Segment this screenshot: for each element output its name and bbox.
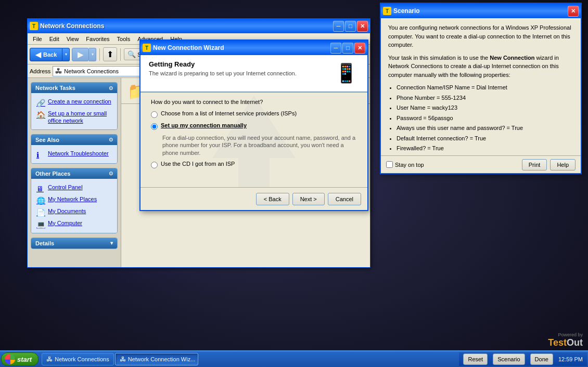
- wizard-header-desc: The wizard is preparing to set up your I…: [149, 70, 297, 76]
- minimize-button[interactable]: ─: [333, 21, 344, 32]
- details-collapse-icon: ▾: [110, 240, 113, 246]
- scenario-property: User Name = wacky123: [397, 103, 573, 112]
- scenario-window: T Scenario ✕ You are configuring network…: [380, 3, 582, 174]
- see-also-section: See Also ⊙ ℹ Network Troubleshooter: [31, 134, 118, 164]
- wizard-minimize-button[interactable]: ─: [330, 43, 341, 54]
- address-label: Address: [30, 68, 50, 74]
- radio-isp-list-label[interactable]: Choose from a list of Internet service p…: [161, 110, 297, 116]
- my-network-places-icon: 🌐: [36, 196, 45, 204]
- scenario-content: You are configuring network connections …: [381, 18, 581, 155]
- wizard-maximize-button[interactable]: □: [342, 43, 353, 54]
- other-places-content: 🖥 Control Panel 🌐 My Network Places 📄 My…: [31, 179, 117, 233]
- menu-tools[interactable]: Tools: [114, 35, 134, 43]
- scenario-window-icon: T: [383, 7, 391, 15]
- nc-titlebar: T Network Connections ─ □ ✕: [28, 19, 370, 33]
- next-button[interactable]: Next >: [292, 193, 325, 205]
- scenario-titlebar: T Scenario ✕: [381, 4, 581, 18]
- new-connection-wizard: T New Connection Wizard ─ □ ✕ Getting Re…: [139, 40, 368, 211]
- back-button[interactable]: ◀ Back: [30, 48, 62, 61]
- scenario-property: Default Internet connection? = True: [397, 134, 573, 143]
- wizard-header-title: Getting Ready: [149, 60, 297, 68]
- control-panel-link[interactable]: 🖥 Control Panel: [35, 182, 113, 194]
- scenario-intro: You are configuring network connections …: [388, 23, 573, 49]
- wizard-taskbar-icon: 🖧: [120, 356, 126, 363]
- my-network-places-link[interactable]: 🌐 My Network Places: [35, 194, 113, 206]
- network-tasks-header[interactable]: Network Tasks ⊙: [31, 83, 117, 93]
- nc-window-icon: T: [30, 22, 38, 30]
- scenario-button[interactable]: Scenario: [493, 353, 525, 365]
- back-button[interactable]: < Back: [256, 193, 289, 205]
- cancel-button[interactable]: Cancel: [328, 193, 361, 205]
- scenario-property: Always use this user name and password? …: [397, 124, 573, 133]
- stay-on-top-checkbox[interactable]: [386, 161, 393, 168]
- scenario-property: Firewalled? = True: [397, 144, 573, 153]
- reset-button[interactable]: Reset: [463, 353, 488, 365]
- radio-manual-label[interactable]: Set up my connection manually: [161, 122, 247, 128]
- nc-titlebar-buttons: ─ □ ✕: [333, 21, 368, 32]
- my-documents-link[interactable]: 📄 My Documents: [35, 206, 113, 218]
- radio-cd[interactable]: [151, 162, 158, 168]
- wizard-content: Getting Ready The wizard is preparing to…: [140, 55, 367, 179]
- scenario-task: Your task in this simulation is to use t…: [388, 54, 573, 80]
- taskbar-tray: Reset Scenario Done 12:59 PM: [459, 352, 587, 366]
- my-computer-link[interactable]: 💻 My Computer: [35, 218, 113, 230]
- radio-option-manual: Set up my connection manually: [151, 122, 357, 130]
- wizard-title: New Connection Wizard: [153, 44, 328, 51]
- see-also-collapse-icon: ⊙: [109, 137, 113, 142]
- create-connection-link[interactable]: 🔗 Create a new connection: [35, 96, 113, 108]
- forward-dropdown-arrow[interactable]: ▾: [89, 48, 96, 61]
- network-tasks-section: Network Tasks ⊙ 🔗 Create a new connectio…: [31, 82, 118, 130]
- done-button[interactable]: Done: [530, 353, 553, 365]
- maximize-button[interactable]: □: [345, 21, 356, 32]
- nc-sidebar: Network Tasks ⊙ 🔗 Create a new connectio…: [28, 78, 121, 267]
- other-places-header[interactable]: Other Places ⊙: [31, 168, 117, 179]
- radio-cd-label[interactable]: Use the CD I got from an ISP: [161, 161, 235, 167]
- taskbar: start 🖧 Network Connections 🖧 Network Co…: [0, 350, 588, 367]
- network-connections-window: T Network Connections ─ □ ✕ File Edit Vi…: [27, 18, 370, 268]
- home-network-link[interactable]: 🏠 Set up a home or small office network: [35, 108, 113, 126]
- scenario-property: Connection Name/ISP Name = Dial Internet: [397, 83, 573, 92]
- print-button[interactable]: Print: [522, 159, 547, 171]
- radio-isp-list[interactable]: [151, 111, 158, 118]
- stay-on-top-label[interactable]: Stay on top: [395, 162, 424, 168]
- taskbar-item-network-connections[interactable]: 🖧 Network Connections: [42, 353, 114, 365]
- menu-view[interactable]: View: [63, 35, 82, 43]
- network-tasks-collapse-icon: ⊙: [109, 85, 113, 91]
- menu-edit[interactable]: Edit: [46, 35, 62, 43]
- wizard-question: How do you want to connect to the Intern…: [151, 99, 357, 105]
- wizard-titlebar-buttons: ─ □ ✕: [330, 43, 365, 54]
- my-documents-icon: 📄: [36, 208, 45, 216]
- nc-title: Network Connections: [40, 22, 331, 30]
- wizard-close-button[interactable]: ✕: [354, 43, 365, 54]
- back-dropdown-arrow[interactable]: ▾: [62, 48, 70, 61]
- menu-file[interactable]: File: [30, 35, 45, 43]
- taskbar-item-wizard[interactable]: 🖧 Network Connection Wiz...: [115, 353, 198, 365]
- scenario-property: Phone Number = 555-1234: [397, 94, 573, 102]
- scenario-close-button[interactable]: ✕: [568, 6, 579, 17]
- help-button[interactable]: Help: [550, 159, 576, 171]
- stay-on-top-area: Stay on top: [386, 161, 519, 168]
- see-also-content: ℹ Network Troubleshooter: [31, 145, 117, 163]
- menu-favorites[interactable]: Favorites: [83, 35, 112, 43]
- scenario-properties-list: Connection Name/ISP Name = Dial Internet…: [397, 83, 573, 153]
- home-network-icon: 🏠: [36, 110, 45, 119]
- wizard-header-text: Getting Ready The wizard is preparing to…: [149, 60, 297, 76]
- wizard-icon: T: [143, 44, 151, 52]
- back-nav-group: ◀ Back ▾: [30, 48, 70, 61]
- start-button[interactable]: start: [1, 352, 39, 366]
- testout-logo: Powered by TestOut: [548, 332, 583, 348]
- forward-button[interactable]: ▶: [72, 48, 89, 61]
- control-panel-icon: 🖥: [36, 184, 45, 192]
- radio-manual-desc: For a dial-up connection, you will need …: [162, 134, 357, 156]
- radio-option-cd: Use the CD I got from an ISP: [151, 161, 357, 168]
- troubleshooter-link[interactable]: ℹ Network Troubleshooter: [35, 148, 113, 160]
- see-also-header[interactable]: See Also ⊙: [31, 135, 117, 145]
- details-header[interactable]: Details ▾: [31, 238, 117, 248]
- radio-manual[interactable]: [151, 123, 158, 130]
- wizard-header-icon: 📱: [333, 60, 359, 86]
- toolbar-separator-1: [99, 48, 100, 61]
- close-button[interactable]: ✕: [357, 21, 368, 32]
- toolbar-icon-btn[interactable]: ⬆: [103, 47, 117, 61]
- scenario-titlebar-buttons: ✕: [568, 6, 579, 17]
- scenario-property: Password = 56passgo: [397, 114, 573, 123]
